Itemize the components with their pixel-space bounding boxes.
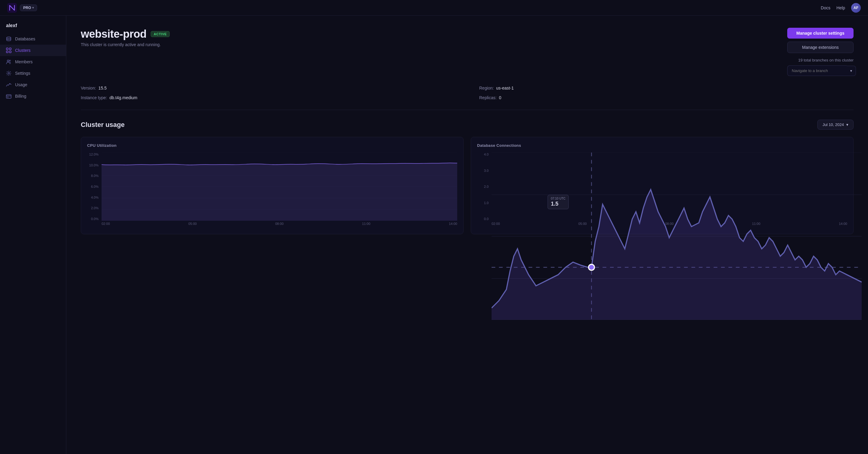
avatar-initials: AF xyxy=(854,6,858,10)
date-picker-chevron-icon: ▾ xyxy=(846,122,848,127)
cpu-chart-area: 12.0% 10.0% 8.0% 6.0% 4.0% 2.0% 0.0% xyxy=(87,153,457,228)
sidebar-item-usage-label: Usage xyxy=(15,82,27,87)
db-y-label-1: 3.0 xyxy=(477,169,490,173)
region-label: Region: xyxy=(479,86,494,90)
cluster-name: website-prod xyxy=(81,28,147,40)
navigate-chevron-icon[interactable]: ▾ xyxy=(846,66,856,76)
usage-icon xyxy=(6,82,11,87)
members-icon xyxy=(6,59,11,64)
usage-title: Cluster usage xyxy=(81,121,125,129)
action-panel: Manage cluster settings Manage extension… xyxy=(787,28,854,76)
main-content: website-prod ACTIVE This cluster is curr… xyxy=(66,16,868,454)
sidebar-item-databases-label: Databases xyxy=(15,36,35,41)
svg-rect-5 xyxy=(9,51,11,53)
svg-rect-2 xyxy=(6,48,8,50)
svg-point-1 xyxy=(7,37,11,38)
sidebar-item-billing[interactable]: Billing xyxy=(0,90,66,102)
sidebar-item-settings-label: Settings xyxy=(15,71,30,75)
db-x-label-4: 14:00 xyxy=(839,222,847,228)
db-y-label-0: 4.0 xyxy=(477,153,490,156)
branches-count: 19 total branches on this cluster xyxy=(798,58,854,62)
billing-icon xyxy=(6,93,11,99)
cpu-y-label-2: 8.0% xyxy=(87,174,100,178)
navigate-branch-input[interactable] xyxy=(787,65,846,76)
navigate-branch-row: ▾ xyxy=(787,65,854,76)
cpu-y-label-6: 0.0% xyxy=(87,217,100,221)
info-row-region: Region: us-east-1 xyxy=(479,86,854,90)
chevron-down-icon: ▾ xyxy=(32,6,34,9)
cluster-info-grid: Version: 15.5 Region: us-east-1 Instance… xyxy=(81,86,854,100)
cpu-y-label-4: 4.0% xyxy=(87,195,100,199)
db-y-label-3: 1.0 xyxy=(477,201,490,205)
db-chart-card: Database Connections 4.0 3.0 2.0 1.0 0.0 xyxy=(471,137,854,234)
cpu-chart-card: CPU Utilization 12.0% 10.0% 8.0% 6.0% 4.… xyxy=(81,137,464,234)
info-row-replicas: Replicas: 0 xyxy=(479,95,854,100)
db-x-label-0: 02:00 xyxy=(492,222,500,228)
navbar-left: PRO ▾ xyxy=(7,3,37,13)
sidebar-item-databases[interactable]: Databases xyxy=(0,33,66,44)
avatar[interactable]: AF xyxy=(851,3,861,13)
db-chart-plot: 07:10 UTC 1.5 xyxy=(492,153,862,321)
pro-label: PRO xyxy=(23,6,31,10)
date-picker[interactable]: Jul 10, 2024 ▾ xyxy=(817,120,854,130)
sidebar: alexf Databases Clus xyxy=(0,16,66,454)
sidebar-item-members[interactable]: Members xyxy=(0,56,66,67)
charts-grid: CPU Utilization 12.0% 10.0% 8.0% 6.0% 4.… xyxy=(81,137,854,234)
cpu-y-label-5: 2.0% xyxy=(87,206,100,210)
info-row-instance: Instance type: db.t4g.medium xyxy=(81,95,455,100)
instance-label: Instance type: xyxy=(81,95,107,100)
sidebar-username: alexf xyxy=(0,23,66,33)
cpu-chart-title: CPU Utilization xyxy=(87,143,457,148)
db-y-label-4: 0.0 xyxy=(477,217,490,221)
date-picker-label: Jul 10, 2024 xyxy=(823,122,844,127)
cluster-header: website-prod ACTIVE This cluster is curr… xyxy=(81,28,854,76)
cpu-y-labels: 12.0% 10.0% 8.0% 6.0% 4.0% 2.0% 0.0% xyxy=(87,153,100,221)
db-y-label-2: 2.0 xyxy=(477,185,490,188)
svg-point-6 xyxy=(7,60,9,62)
db-chart-svg xyxy=(492,153,862,320)
svg-rect-9 xyxy=(6,95,11,98)
cluster-subtitle: This cluster is currently active and run… xyxy=(81,42,170,47)
database-icon xyxy=(6,36,11,41)
cpu-x-label-1: 05:00 xyxy=(188,222,197,228)
cpu-y-label-3: 6.0% xyxy=(87,185,100,188)
db-x-labels: 02:00 05:00 08:00 11:00 14:00 xyxy=(492,222,847,228)
svg-point-25 xyxy=(589,264,595,270)
sidebar-item-billing-label: Billing xyxy=(15,94,26,98)
cluster-title-row: website-prod ACTIVE xyxy=(81,28,170,40)
db-y-labels: 4.0 3.0 2.0 1.0 0.0 xyxy=(477,153,490,221)
docs-link[interactable]: Docs xyxy=(821,5,830,10)
replicas-label: Replicas: xyxy=(479,95,497,100)
svg-rect-3 xyxy=(9,48,11,50)
manage-settings-button[interactable]: Manage cluster settings xyxy=(787,28,854,38)
sidebar-item-clusters-label: Clusters xyxy=(15,48,30,53)
replicas-value: 0 xyxy=(499,95,501,100)
version-label: Version: xyxy=(81,86,96,90)
clusters-icon xyxy=(6,48,11,53)
db-chart-area: 4.0 3.0 2.0 1.0 0.0 xyxy=(477,153,847,228)
sidebar-item-settings[interactable]: Settings xyxy=(0,67,66,79)
pro-badge[interactable]: PRO ▾ xyxy=(20,4,37,11)
db-x-label-2: 08:00 xyxy=(665,222,674,228)
cpu-y-label-1: 10.0% xyxy=(87,163,100,167)
cpu-y-label-0: 12.0% xyxy=(87,153,100,156)
help-link[interactable]: Help xyxy=(836,5,845,10)
main-layout: alexf Databases Clus xyxy=(0,16,868,454)
svg-rect-10 xyxy=(7,97,8,97)
status-badge: ACTIVE xyxy=(151,31,170,37)
cluster-title-area: website-prod ACTIVE This cluster is curr… xyxy=(81,28,170,47)
sidebar-item-usage[interactable]: Usage xyxy=(0,79,66,90)
usage-section-header: Cluster usage Jul 10, 2024 ▾ xyxy=(81,120,854,130)
info-row-version: Version: 15.5 xyxy=(81,86,455,90)
cpu-chart-svg xyxy=(101,153,457,221)
logo-icon xyxy=(7,3,17,13)
settings-icon xyxy=(6,70,11,76)
cpu-x-label-2: 08:00 xyxy=(275,222,284,228)
sidebar-item-clusters[interactable]: Clusters xyxy=(0,44,66,56)
version-value: 15.5 xyxy=(98,86,107,90)
region-value: us-east-1 xyxy=(496,86,514,90)
manage-extensions-button[interactable]: Manage extensions xyxy=(787,41,854,53)
db-x-label-1: 05:00 xyxy=(578,222,587,228)
db-chart-title: Database Connections xyxy=(477,143,847,148)
navbar: PRO ▾ Docs Help AF xyxy=(0,0,868,16)
